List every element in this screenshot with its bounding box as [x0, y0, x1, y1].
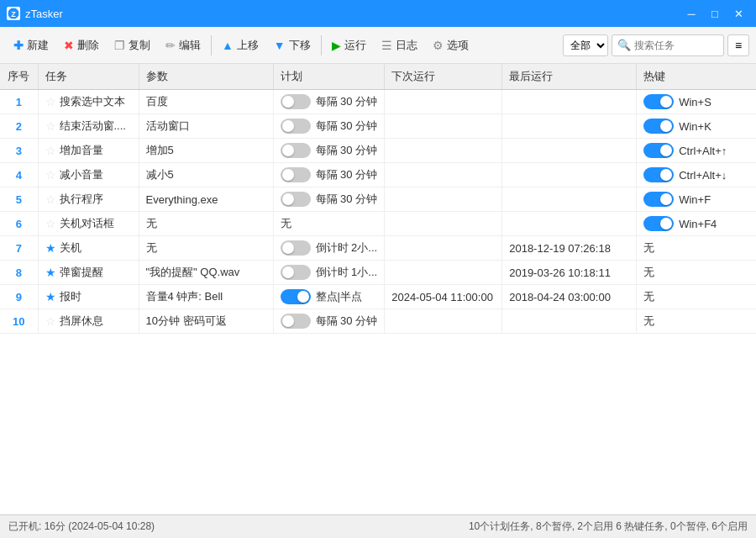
table-row[interactable]: 5☆执行程序Everything.exe每隔 30 分钟Win+F	[0, 187, 756, 212]
hotkey-toggle[interactable]	[643, 119, 674, 134]
table-row[interactable]: 4☆减小音量减小5每隔 30 分钟Ctrl+Alt+↓	[0, 163, 756, 187]
cell-next-run	[385, 90, 502, 114]
run-icon: ▶	[332, 39, 341, 52]
filter-select[interactable]: 全部	[563, 34, 608, 56]
hotkey-toggle[interactable]	[643, 94, 674, 109]
hotkey-toggle[interactable]	[643, 192, 674, 207]
down-button[interactable]: ▼ 下移	[267, 32, 318, 59]
table-row[interactable]: 2☆结束活动窗....活动窗口每隔 30 分钟Win+K	[0, 114, 756, 139]
task-name: 减小音量	[60, 167, 103, 182]
cell-task: ★报时	[38, 285, 139, 309]
cell-task: ☆执行程序	[38, 187, 139, 212]
cell-param: 音量4 钟声: Bell	[139, 285, 273, 309]
cell-next-run	[385, 163, 502, 187]
cell-last-run: 2018-04-24 03:00:00	[502, 285, 637, 309]
table-row[interactable]: 6☆关机对话框无无Win+F4	[0, 212, 756, 236]
cell-plan: 每隔 30 分钟	[273, 139, 385, 163]
task-name: 关机	[60, 240, 81, 256]
search-input[interactable]	[634, 40, 718, 51]
plan-text: 倒计时 2小...	[316, 240, 378, 256]
col-header-last: 最后运行	[502, 64, 637, 90]
star-icon[interactable]: ★	[45, 241, 56, 255]
task-table: 序号 任务 参数 计划 下次运行 最后运行 热键 1☆搜索选中文本百度每隔 30…	[0, 64, 756, 334]
plan-toggle[interactable]	[281, 314, 311, 329]
plan-toggle[interactable]	[281, 265, 311, 280]
cell-hotkey: 无	[637, 261, 756, 285]
star-icon[interactable]: ★	[45, 290, 56, 303]
minimize-button[interactable]: ─	[680, 5, 702, 22]
app-icon: Z	[7, 7, 20, 20]
new-button-label: 新建	[27, 38, 49, 53]
down-button-label: 下移	[289, 38, 311, 53]
table-row[interactable]: 7★关机无倒计时 2小...2018-12-19 07:26:18无	[0, 236, 756, 261]
plan-toggle[interactable]	[281, 192, 311, 207]
star-icon[interactable]: ☆	[45, 95, 56, 108]
up-icon: ▲	[222, 39, 234, 52]
plan-toggle[interactable]	[281, 119, 311, 134]
plan-text: 无	[281, 216, 291, 231]
hotkey-toggle[interactable]	[643, 167, 674, 182]
cell-last-run: 2018-12-19 07:26:18	[502, 236, 637, 261]
edit-button[interactable]: ✏ 编辑	[159, 32, 207, 59]
star-icon[interactable]: ☆	[45, 144, 56, 157]
cell-task: ☆结束活动窗....	[38, 114, 139, 139]
cell-next-run	[385, 139, 502, 163]
table-row[interactable]: 9★报时音量4 钟声: Bell整点|半点2024-05-04 11:00:00…	[0, 285, 756, 309]
table-row[interactable]: 8★弹窗提醒"我的提醒" QQ.wav倒计时 1小...2019-03-26 1…	[0, 261, 756, 285]
cell-hotkey: Win+K	[637, 114, 756, 139]
task-name: 增加音量	[60, 143, 103, 158]
edit-icon: ✏	[165, 39, 176, 52]
cell-last-run	[502, 187, 637, 212]
star-icon[interactable]: ☆	[45, 119, 56, 133]
star-icon[interactable]: ★	[45, 266, 56, 279]
maximize-button[interactable]: □	[704, 5, 726, 22]
plan-toggle[interactable]	[281, 143, 311, 158]
new-button[interactable]: ✚ 新建	[7, 32, 55, 59]
plan-toggle[interactable]	[281, 167, 311, 182]
plan-text: 每隔 30 分钟	[316, 143, 378, 158]
cell-next-run	[385, 187, 502, 212]
star-icon[interactable]: ☆	[45, 314, 56, 328]
cell-param: 无	[139, 212, 273, 236]
copy-button-label: 复制	[129, 38, 150, 53]
task-name: 结束活动窗....	[60, 119, 126, 134]
table-row[interactable]: 3☆增加音量增加5每隔 30 分钟Ctrl+Alt+↑	[0, 139, 756, 163]
delete-button[interactable]: ✖ 删除	[57, 32, 106, 59]
settings-button[interactable]: ⚙ 选项	[426, 32, 475, 59]
hotkey-toggle[interactable]	[643, 143, 674, 158]
cell-last-run	[502, 309, 637, 334]
col-header-next: 下次运行	[385, 64, 502, 90]
table-row[interactable]: 1☆搜索选中文本百度每隔 30 分钟Win+S	[0, 90, 756, 114]
cell-plan: 整点|半点	[273, 285, 385, 309]
plan-toggle[interactable]	[281, 240, 311, 256]
cell-task: ☆搜索选中文本	[38, 90, 139, 114]
hotkey-toggle[interactable]	[643, 216, 674, 231]
star-icon[interactable]: ☆	[45, 193, 56, 206]
edit-button-label: 编辑	[179, 38, 201, 53]
cell-hotkey: Win+F	[637, 187, 756, 212]
log-button[interactable]: ☰ 日志	[375, 32, 424, 59]
cell-param: 增加5	[139, 139, 273, 163]
table-row[interactable]: 10☆挡屏休息10分钟 密码可返每隔 30 分钟无	[0, 309, 756, 334]
run-button[interactable]: ▶ 运行	[325, 32, 373, 59]
up-button-label: 上移	[237, 38, 259, 53]
cell-seq: 8	[0, 261, 38, 285]
cell-param: 减小5	[139, 163, 273, 187]
cell-hotkey: Win+F4	[637, 212, 756, 236]
up-button[interactable]: ▲ 上移	[215, 32, 265, 59]
run-button-label: 运行	[344, 38, 366, 53]
settings-button-label: 选项	[447, 38, 469, 53]
cell-seq: 6	[0, 212, 38, 236]
cell-plan: 每隔 30 分钟	[273, 187, 385, 212]
plan-toggle[interactable]	[281, 94, 311, 109]
cell-seq: 9	[0, 285, 38, 309]
task-name: 搜索选中文本	[60, 94, 125, 109]
menu-button[interactable]: ≡	[727, 34, 749, 56]
copy-button[interactable]: ❐ 复制	[108, 32, 157, 59]
close-button[interactable]: ✕	[727, 5, 749, 22]
star-icon[interactable]: ☆	[45, 217, 56, 230]
task-name: 执行程序	[60, 192, 103, 207]
plan-toggle[interactable]	[281, 289, 311, 304]
search-icon: 🔍	[617, 39, 631, 51]
star-icon[interactable]: ☆	[45, 168, 56, 182]
